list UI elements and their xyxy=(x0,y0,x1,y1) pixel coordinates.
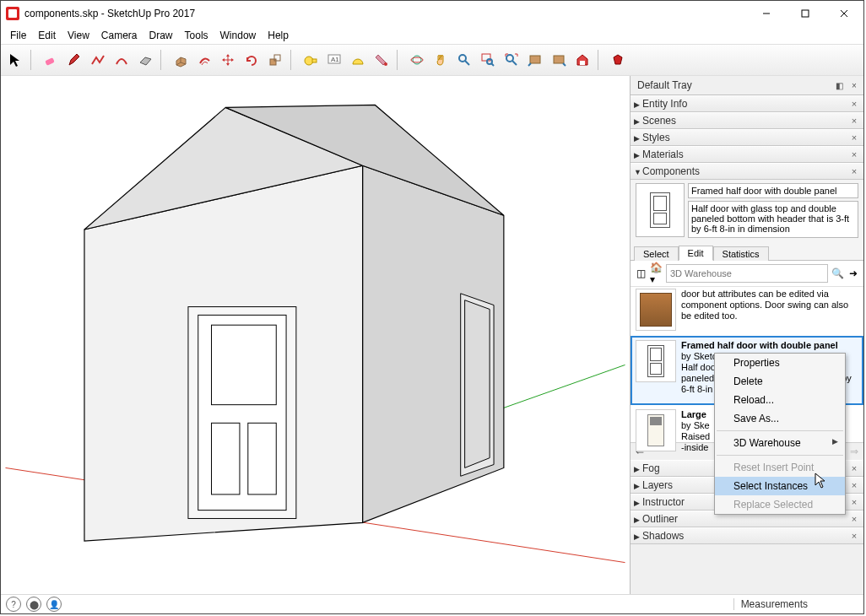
panel-arrow-icon xyxy=(634,98,642,110)
toolbar-separator xyxy=(290,50,295,70)
components-panel-body: Half door with glass top and double pane… xyxy=(631,180,863,460)
toolbar-paint[interactable] xyxy=(371,49,392,71)
svg-rect-4 xyxy=(45,57,55,66)
component-item-thumb xyxy=(636,289,676,331)
panel-components[interactable]: Components× xyxy=(631,163,863,180)
panel-materials[interactable]: Materials× xyxy=(631,146,863,163)
status-geo-icon[interactable]: ⬤ xyxy=(26,597,41,612)
panel-label: Materials xyxy=(642,149,684,160)
svg-point-16 xyxy=(459,55,466,62)
context-menu[interactable]: PropertiesDeleteReload...Save As...3D Wa… xyxy=(714,353,846,515)
panel-close-icon[interactable]: × xyxy=(848,166,860,176)
tray-title-label: Default Tray xyxy=(637,79,692,91)
tray-close-icon[interactable]: × xyxy=(848,79,860,91)
panel-arrow-icon xyxy=(634,513,642,525)
menu-tools[interactable]: Tools xyxy=(179,28,214,43)
ctx-select-instances[interactable]: Select Instances xyxy=(715,477,845,495)
toolbar-pencil[interactable] xyxy=(63,49,85,71)
toolbar-eraser[interactable] xyxy=(40,49,62,71)
tab-edit[interactable]: Edit xyxy=(679,246,713,261)
toolbar-pushpull[interactable] xyxy=(170,49,192,71)
menu-view[interactable]: View xyxy=(62,28,95,43)
toolbar: A1 xyxy=(1,44,863,76)
toolbar-polyline[interactable] xyxy=(87,49,109,71)
panel-close-icon[interactable]: × xyxy=(848,99,860,109)
tab-select[interactable]: Select xyxy=(634,246,679,261)
svg-line-22 xyxy=(512,61,517,65)
component-desc-field[interactable]: Half door with glass top and double pane… xyxy=(688,201,858,238)
toolbar-orbit[interactable] xyxy=(406,49,428,71)
panel-scenes[interactable]: Scenes× xyxy=(631,112,863,129)
toolbar-rectangle[interactable] xyxy=(134,49,156,71)
menu-help[interactable]: Help xyxy=(262,28,295,43)
components-list[interactable]: door but attributes can be edited via co… xyxy=(631,287,863,442)
ctx-properties[interactable]: Properties xyxy=(715,354,845,372)
panel-close-icon[interactable]: × xyxy=(848,132,860,143)
toolbar-arc[interactable] xyxy=(111,49,133,71)
minimize-button[interactable] xyxy=(747,1,786,26)
toolbar-tape[interactable] xyxy=(300,49,322,71)
toolbar-select-arrow[interactable] xyxy=(4,49,26,71)
panel-arrow-icon xyxy=(634,496,642,508)
toolbar-warehouse[interactable] xyxy=(571,49,593,71)
status-info-icon[interactable]: ? xyxy=(6,597,21,612)
tray-pin-icon[interactable]: ◧ xyxy=(833,79,845,91)
toolbar-zoom-extents[interactable] xyxy=(501,49,522,71)
panel-close-icon[interactable]: × xyxy=(848,463,860,473)
menu-draw[interactable]: Draw xyxy=(143,28,179,43)
panel-shadows[interactable]: Shadows× xyxy=(631,527,863,544)
svg-point-13 xyxy=(384,62,387,66)
home-icon[interactable]: 🏠▾ xyxy=(650,267,663,280)
toolbar-scale[interactable] xyxy=(264,49,286,71)
toolbar-offset[interactable] xyxy=(193,49,215,71)
panel-arrow-icon xyxy=(634,132,642,143)
model-canvas xyxy=(1,76,630,594)
measurements-label: Measurements xyxy=(733,598,858,610)
toolbar-next-view[interactable] xyxy=(548,49,570,71)
menu-camera[interactable]: Camera xyxy=(95,28,143,43)
panel-close-icon[interactable]: × xyxy=(848,480,860,490)
viewport-3d[interactable] xyxy=(1,76,631,594)
panel-styles[interactable]: Styles× xyxy=(631,129,863,146)
search-input[interactable] xyxy=(666,264,828,283)
toolbar-prev-view[interactable] xyxy=(524,49,546,71)
panel-close-icon[interactable]: × xyxy=(848,514,860,524)
ctx-delete[interactable]: Delete xyxy=(715,372,845,391)
ctx-reload-[interactable]: Reload... xyxy=(715,391,845,409)
toolbar-pan[interactable] xyxy=(430,49,452,71)
toolbar-move[interactable] xyxy=(217,49,239,71)
panel-arrow-icon xyxy=(634,165,642,177)
tray-title[interactable]: Default Tray ◧ × xyxy=(631,76,863,95)
forward-icon[interactable]: ➜ xyxy=(847,267,860,280)
detail-icon[interactable]: ◫ xyxy=(634,267,647,280)
menu-edit[interactable]: Edit xyxy=(32,28,62,43)
search-icon[interactable]: 🔍 xyxy=(831,267,844,280)
tab-statistics[interactable]: Statistics xyxy=(713,246,769,261)
menu-window[interactable]: Window xyxy=(214,28,263,43)
maximize-button[interactable] xyxy=(786,1,825,26)
panel-close-icon[interactable]: × xyxy=(848,149,860,159)
toolbar-ruby[interactable] xyxy=(607,49,629,71)
panel-close-icon[interactable]: × xyxy=(848,116,860,126)
ctx-save-as-[interactable]: Save As... xyxy=(715,409,845,428)
toolbar-zoom[interactable] xyxy=(453,49,475,71)
toolbar-zoom-window[interactable] xyxy=(477,49,499,71)
toolbar-text[interactable]: A1 xyxy=(323,49,345,71)
panel-label: Fog xyxy=(642,462,660,474)
toolbar-separator xyxy=(160,50,165,70)
toolbar-protractor[interactable] xyxy=(347,49,369,71)
component-name-field[interactable] xyxy=(688,183,858,198)
menu-file[interactable]: File xyxy=(4,28,32,43)
component-item[interactable]: door but attributes can be edited via co… xyxy=(631,287,863,336)
panel-entity-info[interactable]: Entity Info× xyxy=(631,95,863,112)
ctx-3d-warehouse[interactable]: 3D Warehouse xyxy=(715,434,845,452)
status-account-icon[interactable]: 👤 xyxy=(46,597,62,612)
panel-label: Entity Info xyxy=(642,98,687,110)
svg-marker-38 xyxy=(465,300,490,468)
close-button[interactable] xyxy=(825,1,863,26)
svg-rect-36 xyxy=(248,423,276,494)
panel-label: Scenes xyxy=(642,115,676,127)
panel-close-icon[interactable]: × xyxy=(848,497,860,507)
toolbar-rotate[interactable] xyxy=(241,49,263,71)
panel-close-icon[interactable]: × xyxy=(848,531,860,541)
